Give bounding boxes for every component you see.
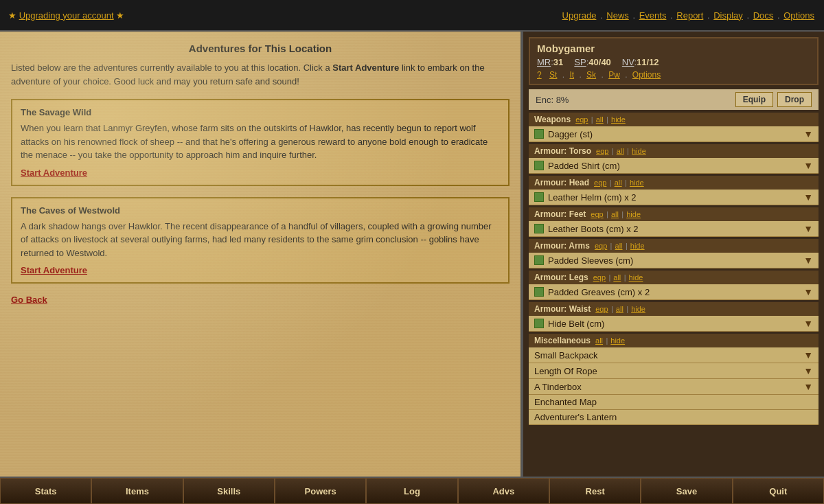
legs-eqp[interactable]: eqp: [593, 273, 606, 282]
armour-arms-title: Armour: Arms: [534, 241, 590, 251]
top-bar: ★ Upgrading your account ★ Upgrade . New…: [0, 0, 824, 32]
start-adventure-1-link[interactable]: Start Adventure: [21, 168, 87, 178]
equip-icon: [534, 224, 544, 233]
weapons-title: Weapons: [534, 115, 571, 124]
mr-label[interactable]: MR: [537, 57, 551, 67]
armour-waist-item-name: Hide Belt (cm): [548, 319, 604, 329]
star-left: ★: [8, 10, 16, 21]
armour-waist-item-1: Hide Belt (cm) ▼: [529, 316, 819, 332]
weapons-hide[interactable]: hide: [611, 115, 626, 124]
torso-hide[interactable]: hide: [632, 147, 646, 155]
armour-waist-header: Armour: Waist eqp | all | hide: [529, 302, 819, 316]
skills-button[interactable]: Skills: [183, 478, 275, 504]
armour-feet-title: Armour: Feet: [534, 209, 586, 219]
equip-button[interactable]: Equip: [735, 92, 773, 107]
dropdown-arrow[interactable]: ▼: [803, 160, 813, 171]
armour-torso-section: Armour: Torso eqp | all | hide Padded Sh…: [529, 144, 819, 174]
left-panel: Adventures for This Location Listed belo…: [0, 32, 523, 477]
nv-value: 11/12: [637, 57, 659, 67]
quit-button[interactable]: Quit: [733, 478, 824, 504]
feet-all[interactable]: all: [611, 210, 619, 218]
misc-item-2: Length Of Rope ▼: [529, 363, 819, 379]
player-link-it[interactable]: It: [569, 70, 574, 80]
misc-hide[interactable]: hide: [610, 336, 625, 345]
player-link-sk[interactable]: Sk: [586, 70, 596, 80]
weapons-item-1-name: Dagger (st): [548, 129, 593, 139]
advs-button[interactable]: Advs: [458, 478, 549, 504]
weapons-all[interactable]: all: [596, 115, 604, 124]
dropdown-arrow[interactable]: ▼: [803, 365, 813, 376]
armour-torso-links: eqp | all | hide: [595, 146, 647, 156]
nav-events[interactable]: Events: [639, 10, 667, 21]
dropdown-arrow[interactable]: ▼: [803, 223, 813, 234]
nav-report[interactable]: Report: [676, 10, 703, 21]
misc-item-3: A Tinderbox ▼: [529, 379, 819, 395]
nav-display[interactable]: Display: [713, 10, 743, 21]
head-all[interactable]: all: [615, 179, 622, 187]
legs-hide[interactable]: hide: [629, 273, 643, 282]
rest-button[interactable]: Rest: [549, 478, 641, 504]
log-button[interactable]: Log: [366, 478, 457, 504]
legs-all[interactable]: all: [613, 273, 621, 282]
start-adventure-2-link[interactable]: Start Adventure: [21, 265, 87, 275]
armour-torso-item-name: Padded Shirt (cm): [548, 161, 620, 171]
weapons-eqp[interactable]: eqp: [575, 115, 588, 124]
waist-all[interactable]: all: [616, 305, 623, 313]
enc-text: Enc: 8%: [536, 95, 569, 105]
armour-head-item-1: Leather Helm (cm) x 2 ▼: [529, 190, 819, 205]
nv-label[interactable]: NV: [622, 57, 634, 67]
dropdown-arrow[interactable]: ▼: [803, 128, 813, 139]
nav-docs[interactable]: Docs: [753, 10, 774, 21]
armour-torso-item-1: Padded Shirt (cm) ▼: [529, 158, 819, 174]
sp-label[interactable]: SP: [574, 57, 586, 67]
drop-button[interactable]: Drop: [777, 92, 812, 107]
items-button[interactable]: Items: [91, 478, 183, 504]
upgrading-account-link[interactable]: Upgrading your account: [19, 10, 114, 21]
waist-eqp[interactable]: eqp: [595, 305, 608, 313]
player-link-st[interactable]: St: [549, 70, 557, 80]
dropdown-arrow[interactable]: ▼: [803, 286, 813, 297]
powers-button[interactable]: Powers: [275, 478, 366, 504]
waist-hide[interactable]: hide: [631, 305, 645, 313]
dropdown-arrow[interactable]: ▼: [803, 192, 813, 203]
go-back-link[interactable]: Go Back: [11, 295, 510, 305]
misc-item-3-name: A Tinderbox: [534, 382, 582, 392]
arms-eqp[interactable]: eqp: [595, 242, 607, 250]
arms-hide[interactable]: hide: [630, 242, 645, 250]
player-link-stat[interactable]: ?: [537, 70, 542, 80]
player-links: ? St . It . Sk . Pw . Options: [537, 70, 810, 80]
weapons-header: Weapons eqp | all | hide: [529, 113, 819, 126]
torso-all[interactable]: all: [617, 147, 624, 155]
player-link-pw[interactable]: Pw: [608, 70, 620, 80]
dropdown-arrow[interactable]: ▼: [803, 381, 813, 392]
torso-eqp[interactable]: eqp: [596, 147, 608, 155]
player-link-options[interactable]: Options: [632, 70, 661, 80]
nav-upgrade[interactable]: Upgrade: [562, 10, 597, 21]
intro-link-text: Start Adventure: [332, 62, 399, 73]
feet-hide[interactable]: hide: [626, 210, 641, 218]
misc-item-1-name: Small Backpack: [534, 350, 597, 360]
arms-all[interactable]: all: [615, 242, 623, 250]
dropdown-arrow[interactable]: ▼: [803, 350, 813, 360]
top-bar-left: ★ Upgrading your account ★: [8, 10, 124, 21]
dropdown-arrow[interactable]: ▼: [803, 255, 813, 266]
misc-all[interactable]: all: [595, 336, 603, 345]
star-right: ★: [116, 10, 124, 21]
save-button[interactable]: Save: [641, 478, 732, 504]
dropdown-arrow[interactable]: ▼: [803, 318, 813, 329]
adventures-intro: Listed below are the adventures currentl…: [11, 61, 510, 88]
armour-waist-section: Armour: Waist eqp | all | hide Hide Belt…: [529, 302, 819, 332]
stats-button[interactable]: Stats: [0, 478, 91, 504]
right-panel: Mobygamer MR:31 SP:40/40 NV:11/12 ? St .…: [523, 32, 824, 477]
nav-news[interactable]: News: [606, 10, 629, 21]
armour-feet-section: Armour: Feet eqp | all | hide Leather Bo…: [529, 207, 819, 237]
equip-icon: [534, 192, 544, 202]
misc-item-4: Enchanted Map: [529, 395, 819, 410]
head-hide[interactable]: hide: [630, 179, 644, 187]
bottom-nav-bar: Stats Items Skills Powers Log Advs Rest …: [0, 477, 824, 504]
misc-item-5: Adventurer's Lantern: [529, 410, 819, 425]
nav-options[interactable]: Options: [783, 10, 814, 21]
head-eqp[interactable]: eqp: [594, 179, 606, 187]
mr-value: 31: [553, 57, 563, 67]
feet-eqp[interactable]: eqp: [591, 210, 603, 218]
